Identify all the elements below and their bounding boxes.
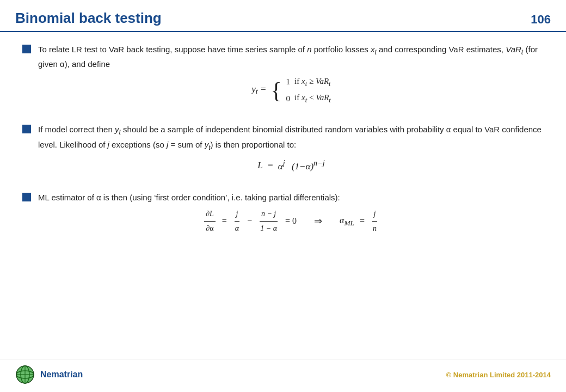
case1-condition: if xt ≥ VaRt [294,75,330,89]
bullet-text-1: To relate LR test to VaR back testing, s… [38,43,544,115]
partial-numerator: ∂L [204,208,216,222]
l-formula: L = αj (1−α)n−j [257,157,324,174]
equals-sign-1: = [222,215,227,228]
svg-rect-2 [22,193,31,201]
header: Binomial back testing 106 [0,0,566,32]
one-alpha-denominator: 1 − α [259,222,279,235]
piecewise-cases: 1 if xt ≥ VaRt 0 if xt < VaRt [286,75,331,106]
alpha-ml-lhs: αML [340,214,354,229]
l-formula-block: L = αj (1−α)n−j [38,157,544,174]
bullet-icon-3 [22,192,32,202]
piecewise-formula: yt = { 1 if xt ≥ VaRt 0 if xt < VaRt [38,75,544,106]
nj-numerator: n − j [260,208,278,222]
j-alpha-fraction: j α [233,208,241,234]
page-title: Binomial back testing [15,10,162,27]
minus-sign: − [247,215,252,228]
bullet-item-1: To relate LR test to VaR back testing, s… [22,43,544,115]
jn-denominator: n [371,222,378,235]
nj-fraction: n − j 1 − α [259,208,279,234]
bullet-icon-2 [22,124,32,134]
deriv-formula: ∂L ∂α = j α − n − j 1 − α [203,208,379,234]
piecewise-lhs: yt = [251,82,266,98]
bullet-text-2: If model correct then yt should be a sam… [38,123,544,183]
bullet-text-3: ML estimator of α is then (using ‘first … [38,191,544,244]
partial-denominator: ∂α [204,222,215,235]
svg-rect-0 [22,45,31,53]
piecewise-case-2: 0 if xt < VaRt [286,91,331,106]
footer-brand-name: Nematrian [40,370,83,379]
alpha-denominator: α [233,222,241,235]
footer-copyright: © Nematrian Limited 2011-2014 [446,371,551,379]
footer-logo: Nematrian [15,365,83,384]
piecewise-case-1: 1 if xt ≥ VaRt [286,75,331,89]
main-content: To relate LR test to VaR back testing, s… [0,32,566,359]
bullet-icon-1 [22,44,32,54]
piecewise-brace: { [270,79,281,102]
case2-condition: if xt < VaRt [294,91,331,106]
partial-fraction: ∂L ∂α [204,208,216,234]
bullet-item-2: If model correct then yt should be a sam… [22,123,544,183]
equals-sign-2: = [360,215,365,228]
page: Binomial back testing 106 To relate LR t… [0,0,566,392]
piecewise-expression: yt = { 1 if xt ≥ VaRt 0 if xt < VaRt [251,75,331,106]
double-arrow: ⇒ [314,214,322,229]
footer: Nematrian © Nematrian Limited 2011-2014 [0,359,566,392]
jn-fraction: j n [371,208,378,234]
j-numerator: j [235,208,240,222]
equals-zero: = 0 [285,215,297,228]
deriv-formula-block: ∂L ∂α = j α − n − j 1 − α [38,208,544,234]
page-number: 106 [531,13,551,27]
bullet-item-3: ML estimator of α is then (using ‘first … [22,191,544,244]
svg-rect-1 [22,125,31,133]
case2-value: 0 [286,93,291,105]
case1-value: 1 [286,76,291,88]
jn-numerator: j [372,208,378,222]
globe-icon [15,365,35,384]
